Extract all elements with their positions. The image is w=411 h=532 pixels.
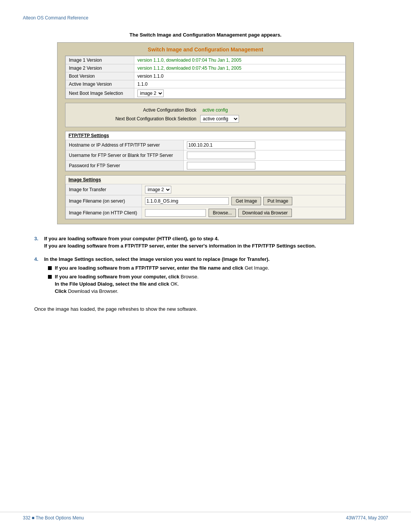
- active-image-label: Active Image Version: [66, 80, 134, 88]
- step-4-line1: In the Image Settings section, select th…: [44, 256, 377, 262]
- ftp-title: FTP/TFTP Settings: [65, 131, 346, 140]
- password-cell: [184, 161, 346, 171]
- step-3-bold: If you are loading software from your co…: [44, 236, 219, 241]
- ftp-section: FTP/TFTP Settings Hostname or IP Address…: [65, 131, 346, 171]
- bullet-2-bold3: Click: [55, 288, 67, 294]
- next-boot-config-select[interactable]: active config backup config factory defa…: [200, 115, 239, 123]
- bullet-2-bold2: In the File Upload Dialog, select the fi…: [55, 281, 169, 287]
- image-transfer-label: Image for Transfer: [66, 184, 142, 195]
- next-boot-cell: image 1 image 2: [134, 88, 346, 99]
- step-3-line1: If you are loading software from your co…: [44, 236, 377, 241]
- step-4-number: 4.: [34, 256, 43, 262]
- image-transfer-cell: image 1 image 2: [142, 184, 346, 195]
- table-row: Username for FTP Server or Blank for TFT…: [66, 150, 346, 161]
- once-loaded-text: Once the image has loaded, the page refr…: [34, 306, 377, 312]
- table-row: Image for Transfer image 1 image 2: [66, 184, 346, 195]
- ftp-table: Hostname or IP Address of FTP/TFTP serve…: [65, 140, 346, 171]
- image1-label: Image 1 Version: [66, 56, 134, 64]
- image-settings-section: Image Settings Image for Transfer image …: [65, 175, 346, 219]
- bullet-list: If you are loading software from a FTP/T…: [48, 265, 377, 296]
- boot-label: Boot Version: [66, 72, 134, 80]
- breadcrumb: Alteon OS Command Reference: [23, 15, 388, 21]
- step-4: 4. In the Image Settings section, select…: [34, 256, 377, 299]
- bullet-2-line1: If you are loading software from your co…: [55, 274, 377, 280]
- footer-left: 332 ■ The Boot Options Menu: [23, 515, 84, 521]
- step-4-bold: In the Image Settings section, select th…: [44, 256, 269, 262]
- put-image-button[interactable]: Put Image: [263, 197, 293, 205]
- image-filename-cell: Get Image Put Image: [142, 195, 346, 207]
- image-transfer-select[interactable]: image 1 image 2: [145, 186, 171, 193]
- get-image-button[interactable]: Get Image: [231, 197, 261, 205]
- step-3-bold2: If you are loading software from a FTP/T…: [44, 243, 316, 249]
- image1-value: version 1.1.0, downloaded 0:07:04 Thu Ja…: [134, 56, 346, 64]
- next-boot-label: Next Boot Image Selection: [66, 88, 134, 99]
- step-3-line2: If you are loading software from a FTP/T…: [44, 243, 377, 249]
- image2-label: Image 2 Version: [66, 64, 134, 72]
- bullet-content-2: If you are loading software from your co…: [55, 274, 377, 296]
- next-boot-config-cell: active config backup config factory defa…: [199, 114, 342, 124]
- table-row: Image 1 Version version 1.1.0, downloade…: [66, 56, 346, 64]
- footer-right: 43W7774, May 2007: [346, 515, 388, 521]
- bullet-2-bold1: If you are loading software from your co…: [55, 274, 179, 280]
- step-3-content: If you are loading software from your co…: [44, 236, 377, 250]
- table-row: Image Filename (on server) Get Image Put…: [66, 195, 346, 207]
- bullet-item-2: If you are loading software from your co…: [48, 274, 377, 296]
- image-filename-label: Image Filename (on server): [66, 195, 142, 207]
- page-footer: 332 ■ The Boot Options Menu 43W7774, May…: [0, 512, 411, 521]
- bullet-icon-2: [48, 275, 52, 279]
- image-http-label: Image Filename (on HTTP Client): [66, 207, 142, 219]
- table-row: Active Configuration Block active config: [69, 106, 342, 114]
- next-boot-select[interactable]: image 1 image 2: [137, 89, 164, 97]
- browse-button[interactable]: Browse...: [209, 209, 236, 217]
- table-row: Next Boot Configuration Block Selection …: [69, 114, 342, 124]
- bullet-2-line3: Click Download via Browser.: [55, 288, 377, 294]
- version-table: Image 1 Version version 1.1.0, downloade…: [65, 56, 346, 99]
- bullet-1-bold: If you are loading software from a FTP/T…: [55, 265, 243, 271]
- config-table: Active Configuration Block active config…: [69, 106, 342, 124]
- table-row: Hostname or IP Address of FTP/TFTP serve…: [66, 140, 346, 150]
- username-cell: [184, 150, 346, 161]
- table-row: Boot Version version 1.1.0: [66, 72, 346, 80]
- version-section: Image 1 Version version 1.1.0, downloade…: [65, 56, 346, 99]
- password-label: Password for FTP Server: [66, 161, 184, 171]
- hostname-label: Hostname or IP Address of FTP/TFTP serve…: [66, 140, 184, 150]
- image-filename-input[interactable]: [145, 197, 229, 205]
- table-row: Image Filename (on HTTP Client) Browse..…: [66, 207, 346, 219]
- hostname-input[interactable]: [187, 141, 255, 149]
- panel-title: Switch Image and Configuration Managemen…: [57, 43, 354, 56]
- steps-section: 3. If you are loading software from your…: [34, 236, 377, 299]
- username-input[interactable]: [187, 152, 255, 159]
- image-http-cell: Browse... Download via Browser: [142, 207, 346, 219]
- image2-value: version 1.1.2, downloaded 0:07:45 Thu Ja…: [134, 64, 346, 72]
- step-4-content: In the Image Settings section, select th…: [44, 256, 377, 299]
- bullet-2-line2: In the File Upload Dialog, select the fi…: [55, 281, 377, 287]
- boot-value: version 1.1.0: [134, 72, 346, 80]
- active-config-label: Active Configuration Block: [69, 106, 199, 114]
- bullet-content-1: If you are loading software from a FTP/T…: [55, 265, 377, 271]
- bullet-icon-1: [48, 266, 52, 270]
- image-http-input[interactable]: [145, 209, 206, 217]
- image-settings-title: Image Settings: [65, 176, 346, 184]
- table-row: Image 2 Version version 1.1.2, downloade…: [66, 64, 346, 72]
- step-3: 3. If you are loading software from your…: [34, 236, 377, 250]
- table-row: Next Boot Image Selection image 1 image …: [66, 88, 346, 99]
- step-3-number: 3.: [34, 236, 43, 241]
- table-row: Password for FTP Server: [66, 161, 346, 171]
- username-label: Username for FTP Server or Blank for TFT…: [66, 150, 184, 161]
- next-boot-config-label: Next Boot Configuration Block Selection: [69, 114, 199, 124]
- image-table: Image for Transfer image 1 image 2 Image…: [65, 184, 346, 219]
- active-image-value: 1.1.0: [134, 80, 346, 88]
- intro-heading: The Switch Image and Configuration Manag…: [23, 32, 388, 38]
- bullet-item-1: If you are loading software from a FTP/T…: [48, 265, 377, 271]
- active-config-value: active config: [199, 106, 342, 114]
- config-section: Active Configuration Block active config…: [65, 103, 346, 127]
- download-via-browser-button[interactable]: Download via Browser: [238, 209, 292, 217]
- hostname-cell: [184, 140, 346, 150]
- table-row: Active Image Version 1.1.0: [66, 80, 346, 88]
- main-panel: Switch Image and Configuration Managemen…: [57, 42, 354, 224]
- password-input[interactable]: [187, 162, 255, 169]
